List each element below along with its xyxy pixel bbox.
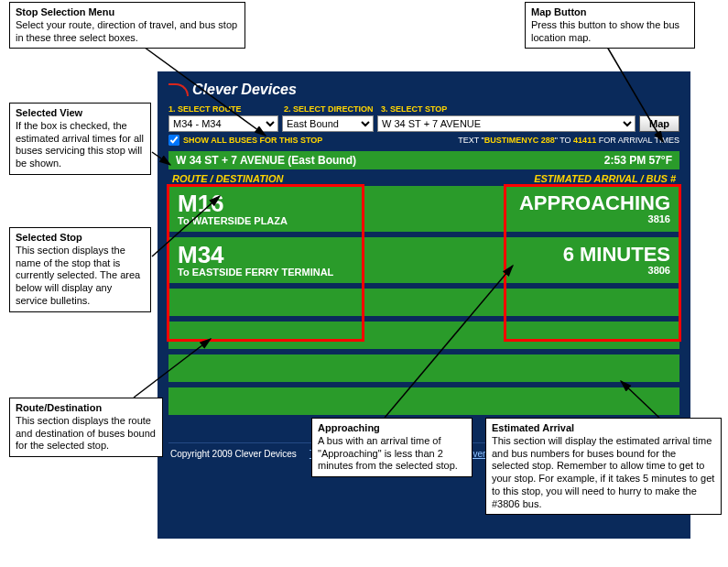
stop-name: W 34 ST + 7 AVENUE (East Bound) <box>176 154 356 167</box>
callout-route-destination: Route/Destination This section displays … <box>9 398 163 457</box>
show-all-checkbox[interactable] <box>168 135 179 146</box>
callout-title: Route/Destination <box>16 402 157 415</box>
arrival-row: M34 To EASTSIDE FERRY TERMINAL 6 MINUTES… <box>168 237 679 283</box>
callout-body: This section displays the name of the st… <box>16 245 140 306</box>
callout-title: Estimated Arrival <box>492 422 715 435</box>
checkbox-row: SHOW ALL BUSES FOR THIS STOP TEXT "BUSTI… <box>168 135 679 146</box>
callout-title: Selected View <box>16 107 145 120</box>
callout-approaching: Approaching A bus with an arrival time o… <box>311 418 473 477</box>
callout-map-button: Map Button Press this button to show the… <box>525 2 695 49</box>
header-route-dest: ROUTE / DESTINATION <box>172 173 283 184</box>
sms-hint: TEXT "BUSTIMENYC 288" TO 41411 FOR ARRIV… <box>458 136 679 145</box>
copyright: Copyright 2009 Clever Devices <box>170 449 297 459</box>
swoosh-icon <box>168 83 189 96</box>
brand-text: Clever Devices <box>192 82 297 98</box>
callout-selected-view: Selected View If the box is checked, the… <box>9 103 151 175</box>
route-number: M34 <box>178 243 333 267</box>
map-button[interactable]: Map <box>639 115 679 132</box>
time-temp: 2:53 PM 57°F <box>604 154 672 167</box>
logo-row: Clever Devices <box>161 75 687 104</box>
arrival-row-empty <box>168 322 679 349</box>
route-destination: To EASTSIDE FERRY TERMINAL <box>178 267 333 278</box>
select-direction[interactable]: East Bound <box>282 115 374 132</box>
results: M16 To WATERSIDE PLAZA APPROACHING 3816 … <box>168 186 679 415</box>
arrival-row-empty <box>168 289 679 316</box>
callout-body: Select your route, direction of travel, … <box>16 19 237 43</box>
label-route: 1. SELECT ROUTE <box>168 104 278 114</box>
callout-title: Approaching <box>318 422 466 435</box>
select-route[interactable]: M34 - M34 <box>168 115 278 132</box>
callout-stop-selection: Stop Selection Menu Select your route, d… <box>9 2 245 49</box>
callout-estimated-arrival: Estimated Arrival This section will disp… <box>485 418 722 515</box>
callout-body: A bus with an arrival time of "Approachi… <box>318 435 458 472</box>
callout-body: This section will display the estimated … <box>492 435 714 509</box>
stop-bar: W 34 ST + 7 AVENUE (East Bound) 2:53 PM … <box>168 151 679 169</box>
route-destination: To WATERSIDE PLAZA <box>178 215 288 226</box>
callout-selected-stop: Selected Stop This section displays the … <box>9 227 151 312</box>
control-labels: 1. SELECT ROUTE 2. SELECT DIRECTION 3. S… <box>168 104 679 114</box>
callout-title: Selected Stop <box>16 232 145 245</box>
select-stop[interactable]: W 34 ST + 7 AVENUE <box>377 115 636 132</box>
callout-title: Stop Selection Menu <box>16 6 239 19</box>
label-stop: 3. SELECT STOP <box>381 104 679 114</box>
callout-body: If the box is checked, the estimated arr… <box>16 120 144 169</box>
arrival-row: M16 To WATERSIDE PLAZA APPROACHING 3816 <box>168 186 679 232</box>
arrival-row-empty <box>168 387 679 415</box>
arrival-time: APPROACHING <box>519 193 670 213</box>
callout-body: Press this button to show the bus locati… <box>531 19 679 43</box>
route-number: M16 <box>178 191 288 215</box>
selects-row: M34 - M34 East Bound W 34 ST + 7 AVENUE … <box>168 115 679 132</box>
arrival-row-empty <box>168 354 679 382</box>
label-direction: 2. SELECT DIRECTION <box>284 104 375 114</box>
header-arrival: ESTIMATED ARRIVAL / BUS # <box>534 173 676 184</box>
arrival-time: 6 MINUTES <box>563 245 670 265</box>
bus-number: 3816 <box>519 213 670 224</box>
bus-number: 3806 <box>563 265 670 276</box>
show-all-label: SHOW ALL BUSES FOR THIS STOP <box>183 136 322 145</box>
callout-body: This section displays the route and dest… <box>16 415 156 452</box>
controls: 1. SELECT ROUTE 2. SELECT DIRECTION 3. S… <box>161 104 687 146</box>
callout-title: Map Button <box>531 6 689 19</box>
column-headers: ROUTE / DESTINATION ESTIMATED ARRIVAL / … <box>161 173 687 184</box>
